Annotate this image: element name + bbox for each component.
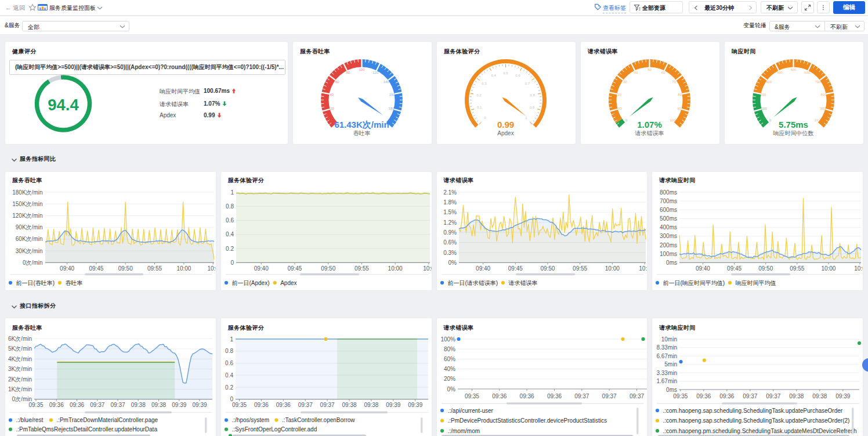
svg-text:0.2: 0.2 xyxy=(476,93,482,97)
svg-text:请求错误率: 请求错误率 xyxy=(635,130,664,136)
svg-text:.:com.haopeng.sap.scheduling.S: .:com.haopeng.sap.scheduling.SchedulingT… xyxy=(663,408,843,414)
svg-text:80%: 80% xyxy=(443,346,455,352)
svg-text:09:37: 09:37 xyxy=(766,393,781,399)
svg-text:09:55: 09:55 xyxy=(355,265,369,272)
svg-text:09:40: 09:40 xyxy=(254,265,268,272)
svg-text:09:36: 09:36 xyxy=(519,393,534,399)
svg-text:1K次/min: 1K次/min xyxy=(8,386,32,392)
svg-text:80: 80 xyxy=(346,71,350,74)
svg-text:0.2: 0.2 xyxy=(226,246,234,252)
svg-text:0.4: 0.4 xyxy=(491,74,496,77)
svg-text:90: 90 xyxy=(677,107,681,110)
svg-text:0ms: 0ms xyxy=(666,387,677,393)
svg-text:1.5%: 1.5% xyxy=(443,209,457,215)
svg-text:请求错误率: 请求错误率 xyxy=(508,280,537,286)
svg-text:.:/mom/mom: .:/mom/mom xyxy=(447,428,480,434)
svg-text:61.43K次/min: 61.43K次/min xyxy=(334,120,389,129)
svg-text:09:36: 09:36 xyxy=(276,402,291,408)
svg-text:09:39: 09:39 xyxy=(386,402,400,408)
svg-text:100: 100 xyxy=(670,118,676,122)
svg-text:0ms: 0ms xyxy=(666,260,677,266)
svg-text:09:36: 09:36 xyxy=(697,393,711,399)
svg-text:180: 180 xyxy=(388,107,395,110)
svg-text:.:/api/current-user: .:/api/current-user xyxy=(447,408,493,414)
svg-text:0次/min: 0次/min xyxy=(23,260,42,266)
svg-text:30K次/min: 30K次/min xyxy=(16,248,43,254)
svg-text:10: 10 xyxy=(618,107,622,110)
svg-text:200ms: 200ms xyxy=(660,242,677,248)
svg-text:0: 0 xyxy=(230,260,234,266)
svg-text:0.9%: 0.9% xyxy=(443,229,457,236)
svg-text:0.3: 0.3 xyxy=(482,82,487,85)
svg-text:200: 200 xyxy=(760,93,766,96)
svg-text:09:37: 09:37 xyxy=(743,393,758,399)
svg-text:140: 140 xyxy=(384,80,390,84)
svg-text:09:40: 09:40 xyxy=(696,265,710,272)
svg-text:50: 50 xyxy=(648,68,652,71)
svg-text:0.5: 0.5 xyxy=(503,71,508,75)
svg-text:吞吐率: 吞吐率 xyxy=(65,280,82,286)
svg-text:0.6: 0.6 xyxy=(515,74,520,77)
svg-text:09:39: 09:39 xyxy=(192,402,207,408)
svg-text:0.6%: 0.6% xyxy=(443,239,457,246)
svg-text:Apdex: Apdex xyxy=(280,280,296,286)
svg-text:0.6: 0.6 xyxy=(225,360,233,366)
svg-text:0.4: 0.4 xyxy=(226,231,234,237)
svg-text:80: 80 xyxy=(678,93,682,96)
svg-text:0.7: 0.7 xyxy=(525,82,530,85)
svg-text:100ms: 100ms xyxy=(660,251,677,257)
svg-text:09:37: 09:37 xyxy=(90,402,104,408)
svg-text:94.4: 94.4 xyxy=(48,96,79,114)
svg-text:.:PmTableQmsRejectsDetailContr: .:PmTableQmsRejectsDetailController.upda… xyxy=(16,426,158,433)
svg-text:10:0: 10:0 xyxy=(423,265,432,272)
svg-text:09:35: 09:35 xyxy=(28,402,43,408)
svg-text:Apdex: Apdex xyxy=(497,130,513,136)
svg-text:60%: 60% xyxy=(443,356,455,362)
svg-text:.:com.haopeng.pm.scheduling.Sc: .:com.haopeng.pm.scheduling.SchedulingTa… xyxy=(663,428,857,434)
svg-text:6.67min: 6.67min xyxy=(657,353,678,359)
svg-text:09:40: 09:40 xyxy=(476,265,490,272)
svg-text:600ms: 600ms xyxy=(660,207,677,213)
svg-text:900: 900 xyxy=(820,107,826,110)
svg-text:09:38: 09:38 xyxy=(131,402,146,408)
svg-text:09:35: 09:35 xyxy=(232,402,247,408)
svg-text:0.3%: 0.3% xyxy=(443,250,457,256)
svg-text:0: 0 xyxy=(484,116,486,120)
svg-text:09:50: 09:50 xyxy=(540,265,555,272)
svg-text:10min: 10min xyxy=(661,336,677,343)
svg-text:09:37: 09:37 xyxy=(629,393,643,399)
svg-text:1: 1 xyxy=(230,189,234,196)
svg-text:1.07%: 1.07% xyxy=(637,120,662,129)
svg-text:1: 1 xyxy=(230,336,233,343)
svg-text:09:40: 09:40 xyxy=(60,265,74,272)
svg-text:0.8: 0.8 xyxy=(225,348,233,354)
svg-text:09:39: 09:39 xyxy=(836,393,851,399)
svg-text:09:36: 09:36 xyxy=(720,393,735,399)
svg-text:09:36: 09:36 xyxy=(492,393,507,399)
svg-text:700: 700 xyxy=(815,80,822,84)
svg-text:1K: 1K xyxy=(815,118,819,122)
svg-text:前一日(吞吐率): 前一日(吞吐率) xyxy=(16,280,55,286)
svg-text:0%: 0% xyxy=(447,386,455,392)
svg-text:0.2: 0.2 xyxy=(225,384,233,391)
svg-text:150K次/min: 150K次/min xyxy=(12,201,42,207)
svg-text:0%: 0% xyxy=(448,260,457,266)
svg-text:4K次/min: 4K次/min xyxy=(8,356,32,362)
svg-text:5.75ms: 5.75ms xyxy=(779,120,808,129)
svg-text:前一日(Apdex): 前一日(Apdex) xyxy=(232,280,269,286)
svg-text:09:45: 09:45 xyxy=(727,265,742,272)
svg-text:09:45: 09:45 xyxy=(287,265,302,272)
svg-text:.:TaskController.openBorrow: .:TaskController.openBorrow xyxy=(282,417,355,423)
svg-text:0: 0 xyxy=(625,118,628,122)
svg-text:09:39: 09:39 xyxy=(408,402,422,408)
svg-text:09:38: 09:38 xyxy=(151,402,166,408)
svg-text:.:/hpos/system: .:/hpos/system xyxy=(232,417,269,423)
svg-text:09:35: 09:35 xyxy=(464,393,479,399)
svg-text:40%: 40% xyxy=(443,366,455,372)
svg-text:1: 1 xyxy=(525,116,527,120)
svg-text:09:37: 09:37 xyxy=(110,402,125,408)
svg-text:10:0: 10:0 xyxy=(207,265,216,272)
svg-text:.:com.haopeng.sap.scheduling.S: .:com.haopeng.sap.scheduling.SchedulingT… xyxy=(663,417,850,424)
svg-text:.:/blue/rest: .:/blue/rest xyxy=(16,417,44,423)
svg-text:10:0: 10:0 xyxy=(855,265,863,272)
